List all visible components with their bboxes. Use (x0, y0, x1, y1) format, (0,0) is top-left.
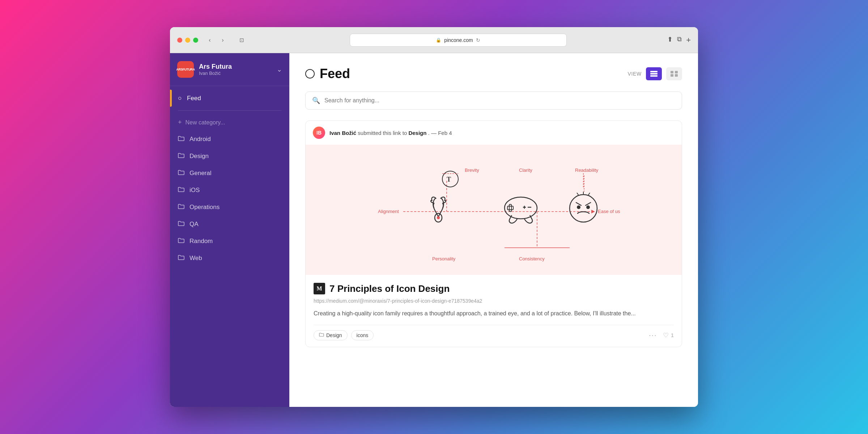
tab-button[interactable]: ⊡ (234, 35, 249, 45)
new-category-button[interactable]: + New category... (170, 114, 289, 131)
sidebar-item-label: Web (190, 255, 202, 262)
sidebar-item-operations[interactable]: Operations (170, 199, 289, 216)
minimize-button[interactable] (185, 38, 190, 43)
sidebar-brand: arsfutura Ars Futura Ivan Božić (177, 61, 232, 78)
svg-line-33 (586, 203, 591, 205)
brand-info: Ars Futura Ivan Božić (199, 63, 232, 76)
feed-meta: Ivan Božić submitted this link to Design… (329, 130, 452, 136)
tag-design[interactable]: Design (314, 330, 348, 340)
svg-point-31 (570, 195, 597, 222)
view-label: VIEW (627, 71, 642, 77)
sidebar-item-label: QA (190, 221, 199, 228)
nav-buttons: ‹ › (204, 35, 229, 45)
svg-text:Alignment: Alignment (378, 209, 399, 214)
sidebar-nav: ○ Feed + New category... Android (170, 86, 289, 270)
sidebar-item-android[interactable]: Android (170, 131, 289, 148)
sidebar-item-random[interactable]: Random (170, 233, 289, 250)
svg-text:Consistency: Consistency (519, 256, 545, 261)
brand-name: Ars Futura (199, 63, 232, 71)
feed-date: Feb 4 (438, 130, 452, 136)
folder-icon (178, 237, 184, 245)
grid-view-button[interactable] (666, 67, 682, 80)
forward-button[interactable]: › (217, 35, 229, 45)
svg-rect-26 (507, 206, 513, 210)
plus-icon: + (178, 119, 182, 126)
tag-design-label: Design (326, 332, 342, 338)
article-url: https://medium.com/@minoraxis/7-principl… (314, 298, 674, 304)
svg-text:Personality: Personality (432, 256, 456, 261)
browser-chrome: ‹ › ⊡ 🔒 pincone.com ↻ ⬆ ⧉ + (170, 27, 698, 53)
feed-circle-icon (305, 69, 315, 78)
svg-rect-4 (675, 71, 678, 73)
brand-user: Ivan Božić (199, 71, 232, 76)
lock-icon: 🔒 (436, 38, 441, 43)
share-icon[interactable]: ⬆ (667, 35, 673, 45)
article-body: M 7 Principles of Icon Design https://me… (306, 275, 682, 347)
folder-icon (178, 220, 184, 228)
duplicate-icon[interactable]: ⧉ (677, 35, 682, 45)
list-view-button[interactable] (646, 67, 662, 80)
article-tags: Design icons (314, 330, 374, 340)
svg-point-24 (437, 216, 440, 219)
svg-text:T: T (447, 176, 451, 183)
sidebar-item-ios[interactable]: iOS (170, 182, 289, 199)
search-icon: 🔍 (312, 97, 320, 105)
svg-rect-3 (671, 71, 673, 73)
browser-actions: ⬆ ⧉ + (667, 35, 691, 45)
svg-line-38 (588, 193, 590, 195)
like-button[interactable]: ♡ 1 (663, 331, 674, 339)
traffic-lights (177, 38, 198, 43)
back-button[interactable]: ‹ (204, 35, 216, 45)
url-text: pincone.com (444, 37, 473, 43)
like-count: 1 (671, 332, 674, 338)
refresh-icon[interactable]: ↻ (476, 37, 480, 43)
sidebar: arsfutura Ars Futura Ivan Božić ⌄ ○ Feed (170, 53, 289, 407)
sidebar-item-qa[interactable]: QA (170, 216, 289, 233)
tag-icons[interactable]: icons (351, 330, 374, 340)
folder-icon (178, 203, 184, 211)
folder-icon (178, 169, 184, 177)
feed-separator: . — (428, 130, 438, 136)
address-bar[interactable]: 🔒 pincone.com ↻ (350, 34, 567, 47)
feed-user: Ivan Božić (329, 130, 356, 136)
page-title-area: Feed (305, 66, 350, 81)
chevron-down-icon[interactable]: ⌄ (277, 65, 282, 73)
sidebar-item-general[interactable]: General (170, 165, 289, 182)
feed-item-header: IB Ivan Božić submitted this link to Des… (306, 121, 682, 145)
article-actions: ··· ♡ 1 (649, 331, 674, 339)
maximize-button[interactable] (193, 38, 198, 43)
active-indicator (170, 90, 172, 107)
search-bar[interactable]: 🔍 (305, 92, 682, 110)
sidebar-item-label: Operations (190, 204, 220, 211)
sidebar-divider (178, 110, 281, 111)
svg-line-32 (576, 203, 581, 205)
sidebar-item-web[interactable]: Web (170, 250, 289, 267)
folder-icon (319, 332, 324, 338)
article-description: Creating a high-quality icon family requ… (314, 309, 674, 318)
add-tab-icon[interactable]: + (686, 35, 691, 45)
svg-rect-5 (671, 74, 673, 77)
folder-icon (178, 135, 184, 143)
heart-icon: ♡ (663, 331, 669, 339)
sidebar-item-label: Android (190, 136, 211, 143)
svg-text:Brevity: Brevity (465, 167, 479, 173)
sidebar-item-feed[interactable]: ○ Feed (170, 90, 289, 107)
svg-marker-8 (591, 210, 595, 213)
folder-icon (178, 152, 184, 160)
folder-icon (178, 254, 184, 262)
close-button[interactable] (177, 38, 182, 43)
logo-text: arsfutura (176, 68, 195, 71)
sidebar-item-label: Design (190, 153, 209, 160)
article-footer: Design icons ··· ♡ 1 (314, 325, 674, 340)
article-title-row: M 7 Principles of Icon Design (314, 283, 674, 294)
svg-rect-1 (650, 73, 658, 75)
svg-text:Readability: Readability (575, 167, 599, 173)
circle-icon: ○ (178, 94, 182, 102)
new-category-label: New category... (186, 119, 225, 126)
more-options-button[interactable]: ··· (649, 331, 657, 339)
sidebar-item-design[interactable]: Design (170, 148, 289, 165)
feed-category[interactable]: Design (408, 130, 426, 136)
article-image: Brevity T Clarity Readability Al (306, 145, 682, 275)
search-input[interactable] (324, 97, 675, 104)
app-content: arsfutura Ars Futura Ivan Božić ⌄ ○ Feed (170, 53, 698, 407)
